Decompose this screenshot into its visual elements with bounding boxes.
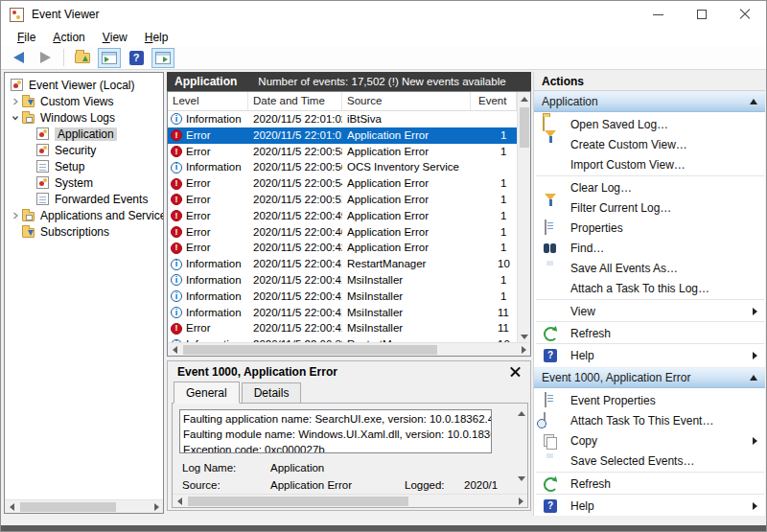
table-row[interactable]: iInformation 2020/11/5 22:00:41 MsiInsta… [168, 289, 517, 305]
forward-button[interactable] [34, 48, 57, 68]
table-row[interactable]: !Error 2020/11/5 22:00:49 Application Er… [168, 208, 517, 224]
list-vertical-scrollbar[interactable] [517, 92, 530, 343]
toolbar-separator [63, 49, 64, 66]
action-filter-current-log[interactable]: Filter Current Log… [534, 197, 765, 218]
chevron-right-icon[interactable] [9, 98, 22, 105]
chevron-right-icon[interactable] [9, 212, 22, 220]
action-find[interactable]: Find… [534, 238, 765, 258]
menu-view[interactable]: View [94, 28, 136, 46]
console-tree: Event Viewer (Local) Custom Views Window… [4, 72, 164, 514]
list-horizontal-scrollbar[interactable] [168, 342, 530, 356]
tree-item-event-viewer-root[interactable]: Event Viewer (Local) [5, 77, 163, 93]
collapse-icon [750, 99, 757, 104]
actions-separator [536, 472, 764, 473]
information-icon: i [171, 259, 182, 270]
action-view[interactable]: View [534, 301, 765, 321]
table-row[interactable]: !Error 2020/11/5 22:00:42 Application Er… [168, 240, 517, 256]
tree-item-setup[interactable]: Setup [5, 158, 163, 174]
action-attach-task-to-event[interactable]: Attach Task To This Event… [534, 410, 765, 430]
actions-pane: Actions Application Open Saved Log… Crea… [533, 72, 765, 516]
table-row[interactable]: !Error 2020/11/5 22:00:54 Application Er… [168, 175, 517, 192]
action-open-saved-log[interactable]: Open Saved Log… [534, 114, 765, 134]
preview-tabs: General Details [174, 383, 303, 404]
table-row[interactable]: !Error 2020/11/5 22:00:41 MsiInstaller 1… [168, 320, 517, 336]
table-row[interactable]: !Error 2020/11/5 22:00:58 Application Er… [168, 144, 517, 160]
log-name-value: Application [270, 462, 405, 474]
title-bar: Event Viewer [1, 1, 766, 28]
copy-icon [543, 433, 558, 449]
table-row[interactable]: !Error 2020/11/5 22:00:46 Application Er… [168, 224, 517, 241]
toggle-action-pane-button[interactable] [151, 48, 174, 68]
column-event[interactable]: Event [471, 92, 517, 110]
tree-item-forwarded-events[interactable]: Forwarded Events [5, 191, 163, 207]
action-copy[interactable]: Copy [534, 430, 765, 451]
maximize-button[interactable] [680, 1, 723, 28]
back-button[interactable] [7, 48, 30, 68]
tab-details[interactable]: Details [242, 382, 302, 404]
menu-help[interactable]: Help [136, 28, 177, 46]
preview-pane: Event 1000, Application Error General De… [167, 360, 531, 511]
action-refresh[interactable]: Refresh [534, 323, 765, 343]
action-refresh-event[interactable]: Refresh [534, 474, 765, 494]
apps-services-folder-icon [22, 212, 35, 221]
help-button[interactable]: ? [125, 48, 148, 68]
submenu-arrow-icon [753, 308, 757, 315]
preview-vertical-scrollbar[interactable] [515, 407, 527, 480]
actions-section-application[interactable]: Application [534, 91, 765, 112]
action-help-event[interactable]: ? Help [534, 496, 765, 516]
column-source[interactable]: Source [342, 92, 471, 110]
help-icon: ? [543, 348, 558, 363]
table-row[interactable]: iInformation 2020/11/5 22:00:41 MsiInsta… [168, 272, 517, 289]
actions-title: Actions [534, 72, 765, 91]
close-button[interactable] [723, 1, 766, 28]
chevron-down-icon[interactable] [9, 114, 22, 122]
tree-item-windows-logs[interactable]: Windows Logs [5, 109, 163, 126]
open-saved-log-button[interactable] [71, 48, 94, 68]
action-properties[interactable]: Properties [534, 218, 765, 238]
table-row[interactable]: iInformation 2020/11/5 22:00:56 OCS Inve… [168, 159, 517, 175]
table-row[interactable]: iInformation 2020/11/5 22:00:41 RestartM… [168, 256, 517, 272]
tree-item-system[interactable]: System [5, 174, 163, 191]
column-level[interactable]: Level [168, 92, 248, 110]
menu-action[interactable]: Action [44, 28, 93, 46]
event-viewer-icon [11, 79, 23, 91]
action-clear-log[interactable]: Clear Log… [534, 177, 765, 197]
column-datetime[interactable]: Date and Time [248, 92, 342, 110]
table-row[interactable]: iInformation 2020/11/5 22:01:02 iBtSiva [168, 111, 517, 127]
action-help[interactable]: ? Help [534, 345, 765, 365]
action-save-all-events[interactable]: Save All Events As… [534, 258, 765, 278]
actions-section-event[interactable]: Event 1000, Application Error [534, 367, 765, 388]
tab-general[interactable]: General [174, 382, 240, 404]
action-save-selected-events[interactable]: Save Selected Events… [534, 451, 765, 471]
action-create-custom-view[interactable]: Create Custom View… [534, 134, 765, 154]
submenu-arrow-icon [753, 437, 757, 445]
tree-horizontal-scrollbar[interactable] [5, 499, 163, 513]
action-import-custom-view[interactable]: Import Custom View… [534, 154, 765, 174]
tree-item-application[interactable]: Application [5, 126, 163, 142]
tree-item-security[interactable]: Security [5, 142, 163, 158]
close-icon [739, 9, 751, 20]
action-event-properties[interactable]: Event Properties [534, 390, 765, 410]
menu-file[interactable]: File [9, 28, 44, 46]
source-label: Source: [182, 479, 270, 491]
collapse-icon [750, 375, 757, 381]
tree-item-custom-views[interactable]: Custom Views [5, 93, 163, 109]
minimize-button[interactable] [637, 1, 680, 28]
action-attach-task-to-log[interactable]: Attach a Task To this Log… [534, 278, 765, 298]
description-line: Faulting application name: SearchUI.exe,… [183, 411, 488, 427]
tree-item-applications-services[interactable]: Applications and Services Log [5, 207, 163, 223]
log-summary: Number of events: 17,502 (!) New events … [258, 76, 505, 87]
tree-item-subscriptions[interactable]: Subscriptions [5, 223, 163, 240]
logged-value: 2020/1 [464, 479, 498, 491]
refresh-icon [543, 326, 558, 341]
table-row[interactable]: iInformation 2020/11/5 22:00:41 MsiInsta… [168, 305, 517, 321]
preview-close-icon[interactable] [510, 366, 521, 377]
event-description-box[interactable]: Faulting application name: SearchUI.exe,… [179, 409, 492, 453]
error-icon: ! [171, 210, 182, 221]
forwarded-events-log-icon [36, 193, 49, 205]
toggle-console-tree-button[interactable] [98, 48, 121, 68]
preview-horizontal-scrollbar[interactable] [173, 494, 527, 507]
error-icon: ! [171, 226, 182, 238]
table-row-selected[interactable]: !Error 2020/11/5 22:01:01 Application Er… [168, 127, 517, 144]
table-row[interactable]: !Error 2020/11/5 22:00:51 Application Er… [168, 192, 517, 208]
